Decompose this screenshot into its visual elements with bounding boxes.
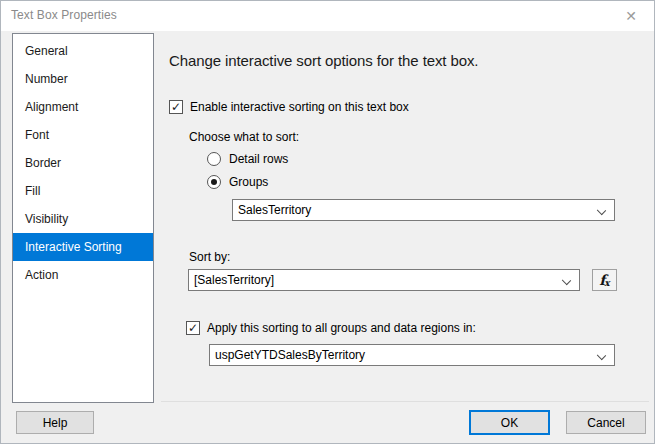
footer-separator: [161, 401, 649, 402]
ok-button[interactable]: OK: [469, 410, 550, 435]
sidebar-item-font[interactable]: Font: [13, 121, 153, 149]
groups-radio[interactable]: Groups: [207, 175, 268, 189]
expression-fx-button[interactable]: f x: [592, 269, 617, 291]
dataset-dropdown-value: uspGetYTDSalesByTerritory: [215, 348, 365, 362]
apply-sorting-checkbox[interactable]: ✓ Apply this sorting to all groups and d…: [186, 321, 476, 335]
checkbox-checked-icon[interactable]: ✓: [169, 100, 183, 114]
text-box-properties-dialog: Text Box Properties ✕ General Number Ali…: [0, 0, 655, 444]
detail-rows-label: Detail rows: [229, 152, 288, 166]
choose-what-to-sort-label: Choose what to sort:: [189, 130, 299, 144]
fx-icon-sub: x: [604, 278, 609, 288]
sidebar-item-interactive-sorting[interactable]: Interactive Sorting: [13, 233, 153, 261]
groups-label: Groups: [229, 175, 268, 189]
sidebar-item-general[interactable]: General: [13, 37, 153, 65]
sidebar-item-alignment[interactable]: Alignment: [13, 93, 153, 121]
close-icon[interactable]: ✕: [616, 3, 646, 29]
radio-unselected-icon[interactable]: [207, 152, 221, 166]
title-bar: Text Box Properties ✕: [1, 1, 654, 31]
sort-by-dropdown[interactable]: [SalesTerritory]: [188, 269, 580, 291]
chevron-down-icon[interactable]: [597, 206, 606, 215]
sidebar-item-fill[interactable]: Fill: [13, 177, 153, 205]
apply-sorting-label: Apply this sorting to all groups and dat…: [207, 321, 476, 335]
cancel-button[interactable]: Cancel: [566, 411, 646, 434]
chevron-down-icon[interactable]: [597, 351, 606, 360]
sidebar-item-action[interactable]: Action: [13, 261, 153, 289]
page-title: Change interactive sort options for the …: [169, 52, 478, 69]
dataset-dropdown[interactable]: uspGetYTDSalesByTerritory: [209, 344, 615, 366]
sidebar-item-number[interactable]: Number: [13, 65, 153, 93]
sidebar-item-visibility[interactable]: Visibility: [13, 205, 153, 233]
category-list: General Number Alignment Font Border Fil…: [12, 33, 154, 403]
chevron-down-icon[interactable]: [562, 276, 571, 285]
help-button[interactable]: Help: [16, 411, 94, 434]
enable-interactive-sorting-checkbox[interactable]: ✓ Enable interactive sorting on this tex…: [169, 100, 409, 114]
sort-by-label: Sort by:: [189, 250, 230, 264]
groups-dropdown[interactable]: SalesTerritory: [232, 199, 615, 221]
sort-by-dropdown-value: [SalesTerritory]: [194, 273, 274, 287]
detail-rows-radio[interactable]: Detail rows: [207, 152, 288, 166]
radio-selected-icon[interactable]: [207, 175, 221, 189]
checkbox-checked-icon[interactable]: ✓: [186, 321, 200, 335]
groups-dropdown-value: SalesTerritory: [238, 203, 311, 217]
window-title: Text Box Properties: [11, 8, 117, 22]
enable-interactive-sorting-label: Enable interactive sorting on this text …: [190, 100, 409, 114]
sidebar-item-border[interactable]: Border: [13, 149, 153, 177]
